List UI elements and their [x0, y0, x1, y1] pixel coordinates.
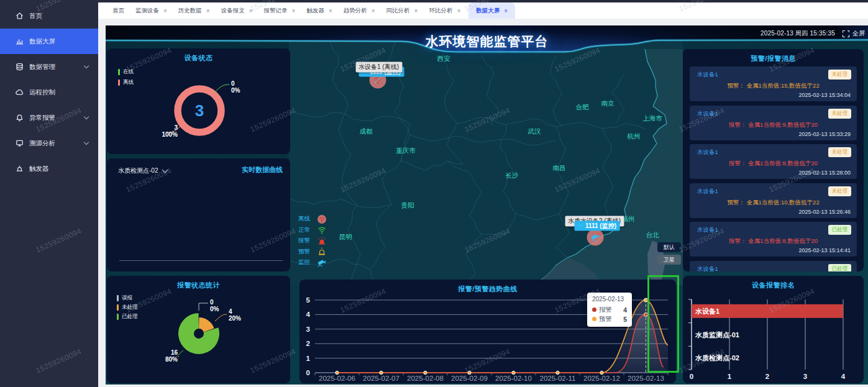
- message-status-badge: 未处理: [828, 109, 852, 119]
- monitor-point-select-value: 水质检测点-02: [118, 166, 158, 175]
- alarm-stats-pie-chart: [107, 276, 290, 383]
- svg-text:2025-02-08: 2025-02-08: [407, 375, 444, 382]
- sidebar-item-label: 远程控制: [29, 88, 55, 97]
- message-time: 2025-02-13 15:28:00: [798, 170, 851, 176]
- home-icon: [15, 12, 24, 20]
- realtime-x-axis: [119, 260, 283, 261]
- device-online-label: 0 0%: [231, 80, 240, 94]
- alert-message-list: 水设备1未处理预警： 金属1当前值:15,数值低于222025-02-13 15…: [690, 66, 857, 271]
- marker-tooltip: 水设备1 (离线): [355, 61, 402, 72]
- map-device-marker[interactable]: 1111 (监控)水设备1 (离线): [370, 72, 386, 89]
- tab-6[interactable]: 触发器×: [303, 2, 335, 19]
- alarm-pending-label: 4 20%: [229, 308, 241, 322]
- tab-8[interactable]: 同比分析×: [383, 2, 421, 19]
- tab-3[interactable]: 历史数据×: [175, 2, 213, 19]
- svg-text:2: 2: [765, 373, 769, 380]
- panel-device-ranking: 设备报警排名 01234水设备1水质监测点-01水质检测点-02: [683, 276, 864, 383]
- message-status-badge: 已处理: [828, 225, 852, 235]
- message-time: 2025-02-13 15:26:46: [798, 209, 851, 215]
- message-text: 预警： 金属1当前值:10,数值低于22: [690, 199, 857, 207]
- sidebar-item-label: 数据管理: [29, 63, 55, 71]
- sidebar-item-label: 触发器: [29, 165, 49, 173]
- svg-text:2025-02-09: 2025-02-09: [451, 375, 488, 382]
- alert-message-item[interactable]: 水设备1未处理报警： 金属1当前值:8,数值低于202025-02-13 15:…: [690, 144, 857, 179]
- alert-message-item[interactable]: 水设备1未处理预警： 金属1当前值:10,数值低于222025-02-13 15…: [690, 183, 857, 218]
- sidebar-item-4[interactable]: 远程控制: [0, 80, 98, 105]
- sidebar-menu: 首页数据大屏数据管理远程控制异常报警溯源分析触发器: [0, 0, 98, 181]
- svg-text:1: 1: [728, 373, 732, 380]
- sidebar-item-3[interactable]: 数据管理: [0, 54, 98, 80]
- database-icon: [15, 63, 24, 71]
- svg-text:0: 0: [690, 373, 693, 380]
- alarm-misreport-label: 0 0%: [210, 299, 219, 312]
- tab-1[interactable]: 首页: [109, 2, 127, 19]
- sidebar-item-5[interactable]: 异常报警: [0, 105, 98, 130]
- tab-label: 首页: [112, 7, 124, 15]
- bell-icon: [15, 114, 24, 122]
- svg-text:2025-02-13: 2025-02-13: [628, 375, 664, 382]
- monitor-icon: [15, 139, 24, 148]
- message-status-badge: 未处理: [828, 147, 852, 157]
- sidebar-item-7[interactable]: 触发器: [0, 156, 98, 181]
- monitor-point-select[interactable]: 水质检测点-02: [118, 166, 167, 175]
- panel-alert-messages: 预警/报警消息 水设备1未处理预警： 金属1当前值:15,数值低于222025-…: [683, 49, 864, 271]
- message-device-name: 水设备1: [697, 226, 718, 234]
- panel-trend-chart: 报警/预警趋势曲线 0123452025-02-062025-02-072025…: [299, 280, 676, 383]
- sidebar-item-6[interactable]: 溯源分析: [0, 130, 98, 156]
- tab-close-icon[interactable]: ×: [504, 7, 508, 14]
- message-device-name: 水设备1: [697, 148, 718, 157]
- tab-10[interactable]: 数据大屏×: [468, 2, 515, 19]
- svg-text:水质监测点-01: 水质监测点-01: [695, 331, 739, 339]
- svg-text:2025-02-07: 2025-02-07: [363, 375, 400, 382]
- message-device-name: 水设备1: [697, 188, 718, 196]
- tab-close-icon[interactable]: ×: [249, 7, 253, 14]
- sidebar-item-label: 首页: [29, 12, 42, 20]
- device-ranking-bar-chart: 01234水设备1水质监测点-01水质检测点-02: [683, 276, 864, 383]
- tab-label: 设备报文: [221, 7, 245, 15]
- svg-text:水设备1: 水设备1: [695, 307, 720, 315]
- tab-label: 触发器: [306, 7, 324, 15]
- alarm-done-label: 16 80%: [159, 349, 178, 363]
- tab-close-icon[interactable]: ×: [329, 7, 332, 14]
- tab-close-icon[interactable]: ×: [372, 7, 375, 14]
- sidebar-item-label: 异常报警: [29, 114, 55, 122]
- tab-close-icon[interactable]: ×: [414, 7, 418, 14]
- alert-message-item[interactable]: 水设备1已处理: [690, 261, 857, 272]
- tab-close-icon[interactable]: ×: [163, 7, 167, 14]
- tab-label: 环比分析: [429, 7, 452, 15]
- message-text: 预警： 金属1当前值:15,数值低于22: [690, 82, 857, 90]
- sidebar-item-1[interactable]: 首页: [0, 3, 98, 29]
- marker-monitor-tag: 1111 (监控): [574, 221, 619, 230]
- tab-2[interactable]: 监测设备×: [132, 2, 170, 19]
- tab-9[interactable]: 环比分析×: [426, 2, 464, 19]
- tab-4[interactable]: 设备报文×: [218, 2, 256, 19]
- svg-text:2: 2: [306, 340, 310, 347]
- message-device-name: 水设备1: [697, 71, 718, 79]
- map-device-marker[interactable]: 1111 (监控)水质水设备2 (离线): [587, 229, 604, 246]
- message-status-badge: 未处理: [828, 70, 852, 80]
- svg-text:2025-02-12: 2025-02-12: [583, 375, 620, 382]
- chevron-down-icon: [162, 166, 168, 173]
- cloud-icon: [15, 88, 24, 97]
- tab-label: 监测设备: [135, 7, 159, 15]
- tab-bar: 首页监测设备×历史数据×设备报文×报警记录×触发器×趋势分析×同比分析×环比分析…: [98, 2, 868, 19]
- alert-message-item[interactable]: 水设备1已处理报警： 金属1当前值:8,数值低于202025-02-13 15:…: [690, 222, 857, 257]
- bar-chart-icon: [15, 37, 24, 46]
- svg-text:0: 0: [306, 369, 310, 376]
- alert-message-item[interactable]: 水设备1未处理报警： 金属1当前值:9,数值低于202025-02-13 15:…: [690, 106, 857, 140]
- tab-close-icon[interactable]: ×: [292, 7, 296, 14]
- svg-text:2025-02-06: 2025-02-06: [319, 375, 355, 382]
- alarm-icon: [15, 165, 24, 173]
- alert-message-item[interactable]: 水设备1未处理预警： 金属1当前值:15,数值低于222025-02-13 15…: [690, 66, 857, 101]
- device-total: 3: [195, 101, 204, 121]
- tab-close-icon[interactable]: ×: [206, 7, 210, 14]
- sidebar-item-2[interactable]: 数据大屏: [0, 29, 98, 54]
- svg-text:水质检测点-02: 水质检测点-02: [695, 354, 739, 362]
- svg-text:5: 5: [306, 296, 311, 304]
- chevron-down-icon: [84, 139, 89, 144]
- svg-text:4: 4: [306, 311, 311, 318]
- tab-7[interactable]: 趋势分析×: [340, 2, 378, 19]
- tab-5[interactable]: 报警记录×: [261, 2, 299, 19]
- trend-tooltip-title: 2025-02-13: [592, 296, 627, 303]
- tab-close-icon[interactable]: ×: [457, 7, 460, 14]
